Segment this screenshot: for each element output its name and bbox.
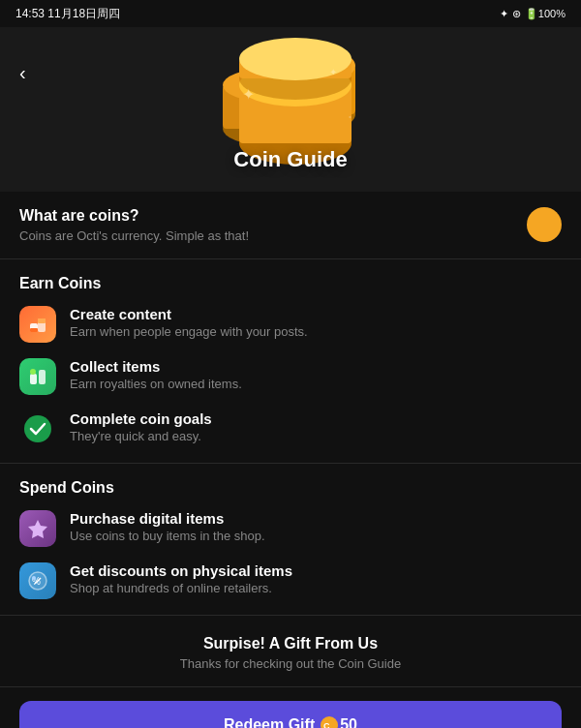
status-bar: 14:53 11月18日周四 ✦ ⊛ 🔋100% (0, 0, 581, 27)
svg-rect-18 (38, 318, 46, 323)
svg-text:✦: ✦ (329, 67, 337, 77)
wifi-icon: ✦ (500, 8, 508, 20)
coin-goals-text: Complete coin goals They're quick and ea… (70, 410, 562, 443)
discount-icon-svg: % (27, 570, 48, 592)
spend-item-discount: % Get discounts on physical items Shop a… (19, 562, 562, 599)
collect-items-title: Collect items (70, 358, 562, 375)
discount-text: Get discounts on physical items Shop at … (70, 562, 562, 595)
redeem-wrap: Redeem Gift C 50 (0, 687, 581, 728)
what-are-coins-text: What are coins? Coins are Octi's currenc… (19, 207, 249, 243)
status-time: 14:53 11月18日周四 (15, 6, 120, 22)
earn-item-goals: Complete coin goals They're quick and ea… (19, 410, 562, 447)
back-button[interactable]: ‹ (12, 58, 34, 88)
gift-title: Surpise! A Gift From Us (19, 635, 562, 652)
create-content-title: Create content (70, 306, 562, 322)
redeem-gift-button[interactable]: Redeem Gift C 50 (19, 701, 562, 728)
discount-desc: Shop at hundreds of online retailers. (70, 581, 562, 595)
create-content-desc: Earn when people engage with your posts. (70, 324, 562, 339)
spend-item-purchase: Purchase digital items Use coins to buy … (19, 510, 562, 547)
coin-goals-icon (19, 410, 56, 447)
what-are-coins-title: What are coins? (19, 207, 249, 225)
earn-coins-section: Earn Coins Create content Earn when peop… (0, 259, 581, 464)
purchase-digital-title: Purchase digital items (70, 510, 562, 527)
gift-section: Surpise! A Gift From Us Thanks for check… (0, 616, 581, 687)
purchase-digital-desc: Use coins to buy items in the shop. (70, 529, 562, 543)
svg-text:C: C (323, 721, 330, 728)
discount-icon: % (19, 562, 56, 599)
checkmark-svg (22, 413, 53, 444)
coin-amount: 50 (340, 716, 357, 728)
hero-title: Coin Guide (233, 147, 347, 172)
earn-coins-title: Earn Coins (19, 275, 562, 292)
hero-section: ‹ ✦ ✦ • Coin Guide (0, 27, 581, 192)
what-are-coins-desc: Coins are Octi's currency. Simple as tha… (19, 228, 249, 243)
collect-items-text: Collect items Earn royalties on owned it… (70, 358, 562, 391)
svg-text:✦: ✦ (242, 86, 255, 103)
svg-rect-20 (39, 370, 46, 384)
coin-yellow-circle (527, 207, 562, 242)
svg-text:•: • (349, 112, 352, 121)
gift-description: Thanks for checking out the Coin Guide (19, 656, 562, 671)
earn-item-create: Create content Earn when people engage w… (19, 306, 562, 343)
signal-icon: ⊛ (512, 8, 521, 20)
create-content-text: Create content Earn when people engage w… (70, 306, 562, 339)
battery-icon: 🔋100% (525, 8, 566, 20)
discount-title: Get discounts on physical items (70, 562, 562, 579)
redeem-label: Redeem Gift (224, 716, 315, 728)
earn-item-collect: Collect items Earn royalties on owned it… (19, 358, 562, 395)
coin-goals-desc: They're quick and easy. (70, 429, 562, 443)
collect-items-desc: Earn royalties on owned items. (70, 377, 562, 391)
svg-point-26 (32, 576, 36, 580)
coin-icon: C 50 (321, 716, 357, 728)
svg-point-21 (30, 369, 36, 375)
spend-coins-title: Spend Coins (19, 479, 562, 497)
purchase-digital-text: Purchase digital items Use coins to buy … (70, 510, 562, 543)
svg-rect-19 (30, 374, 37, 384)
coin-svg: C (321, 716, 338, 728)
create-icon-svg (27, 314, 48, 335)
create-content-icon (19, 306, 56, 343)
svg-point-22 (24, 415, 51, 442)
svg-marker-23 (28, 520, 47, 538)
purchase-icon-svg (27, 518, 48, 539)
collect-icon-svg (27, 366, 48, 387)
status-icons: ✦ ⊛ 🔋100% (500, 8, 566, 20)
spend-coins-section: Spend Coins Purchase digital items Use c… (0, 464, 581, 616)
collect-items-icon (19, 358, 56, 395)
svg-rect-17 (30, 328, 38, 332)
purchase-icon (19, 510, 56, 547)
coin-goals-title: Complete coin goals (70, 410, 562, 427)
what-are-coins-section: What are coins? Coins are Octi's currenc… (0, 192, 581, 259)
